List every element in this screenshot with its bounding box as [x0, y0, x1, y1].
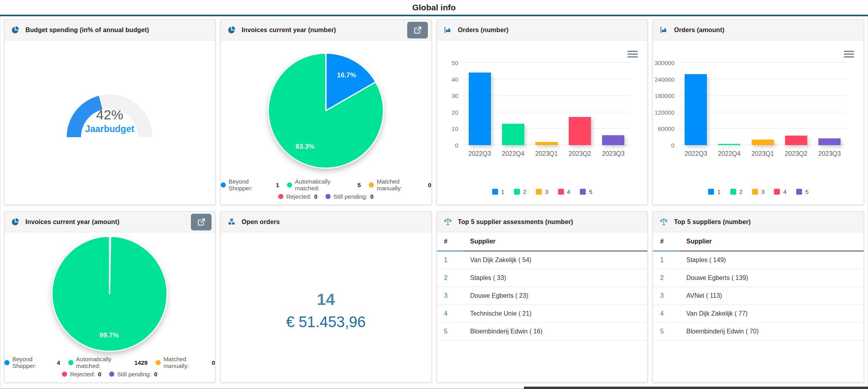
invoices-number-pie[interactable]: 16.7%83.3%: [267, 52, 385, 170]
bar-2023Q3[interactable]: [602, 135, 624, 145]
legend-dot: [287, 182, 292, 188]
legend-item[interactable]: Rejected: 0: [62, 371, 101, 378]
legend-item[interactable]: 2: [730, 188, 743, 195]
legend-item[interactable]: 1: [708, 188, 720, 195]
bar-chart-legend: 12345: [437, 188, 648, 195]
supplier-cell: AVNet ( 113): [679, 287, 864, 305]
legend-item[interactable]: 5: [580, 188, 592, 195]
table-row: 1Van Dijk Zakelijk ( 54): [437, 251, 648, 269]
card-title: Orders (number): [458, 27, 509, 34]
open-external-button[interactable]: [191, 214, 212, 230]
x-axis-tick: [613, 145, 614, 148]
card-title: Open orders: [242, 218, 280, 226]
legend-dot: [369, 182, 374, 188]
pie-slice-label: 99.7%: [100, 332, 119, 339]
card-orders-number: Orders (number) 504030201002022Q32022Q42…: [437, 19, 648, 205]
x-axis-label: 2023Q1: [746, 150, 779, 157]
legend-dot: [68, 360, 73, 365]
table-row: 4Van Dijk Zakelijk ( 77): [653, 305, 864, 323]
y-axis-label: 10: [452, 125, 458, 132]
column-header-rank[interactable]: #: [653, 232, 679, 251]
legend-item[interactable]: 1: [492, 188, 504, 195]
x-axis-tick: [830, 145, 830, 148]
x-axis-tick: [513, 145, 514, 148]
y-axis-label: 180000: [654, 92, 674, 99]
legend-dot: [62, 372, 67, 377]
legend-item[interactable]: 4: [774, 188, 786, 195]
bar-slot: 2022Q3: [463, 63, 497, 145]
card-orders-amount: Orders (amount) 300000240000180000120000…: [652, 19, 864, 205]
column-header-rank[interactable]: #: [437, 232, 463, 251]
legend-value: 4: [57, 359, 60, 366]
table-row: 3Douwe Egberts ( 23): [437, 287, 648, 305]
legend-swatch: [514, 189, 520, 195]
legend-item[interactable]: Automatically matched: 5: [287, 178, 361, 192]
legend-item[interactable]: 3: [536, 188, 548, 195]
legend-item[interactable]: Beyond Shopper: 1: [221, 178, 279, 192]
invoices-amount-pie[interactable]: 99.7%: [50, 235, 169, 353]
legend-item[interactable]: Beyond Shopper: 4: [4, 356, 60, 369]
legend-label: Still pending:: [333, 193, 368, 200]
legend-value: 0: [314, 193, 318, 200]
invoices-number-legend: Beyond Shopper: 1Automatically matched: …: [221, 176, 431, 200]
legend-item[interactable]: Still pending: 0: [109, 371, 157, 378]
x-axis-tick: [796, 145, 797, 148]
horizontal-scrollbar[interactable]: [524, 387, 868, 389]
legend-item[interactable]: Matched manually: 0: [156, 356, 215, 369]
x-axis-label: 2023Q1: [530, 150, 563, 157]
legend-value: 0: [212, 359, 215, 366]
card-title: Invoices current year (amount): [25, 218, 119, 226]
scales-icon: [444, 218, 452, 226]
bar-2023Q2[interactable]: [569, 117, 591, 145]
bar-2023Q2[interactable]: [785, 136, 807, 145]
legend-item[interactable]: Rejected: 0: [278, 193, 318, 200]
bar-2022Q3[interactable]: [469, 73, 491, 145]
table-row: 4Technische Unie ( 21): [437, 305, 648, 323]
rank-cell: 3: [437, 287, 463, 305]
y-axis-label: 120000: [654, 109, 674, 115]
bar-chart-legend: 12345: [653, 188, 864, 195]
bar-slot: 2022Q3: [679, 63, 712, 145]
legend-label: 1: [717, 188, 720, 195]
legend-item[interactable]: Still pending: 0: [325, 193, 373, 200]
rank-cell: 4: [653, 305, 679, 323]
card-title: Invoices current year (number): [242, 27, 336, 34]
table-row: 3AVNet ( 113): [653, 287, 864, 305]
bar-2023Q1[interactable]: [535, 142, 558, 145]
y-axis-label: 50: [452, 59, 458, 66]
area-chart-icon: [660, 26, 668, 34]
budget-gauge: 42% Jaarbudget: [4, 40, 215, 205]
card-title: Orders (amount): [674, 27, 724, 34]
bar-2022Q3[interactable]: [685, 74, 707, 145]
column-header-supplier[interactable]: Supplier: [463, 232, 648, 251]
x-axis-label: 2023Q2: [779, 150, 813, 157]
bar-slot: 2022Q4: [497, 63, 530, 145]
legend-item[interactable]: 4: [558, 188, 570, 195]
x-axis-label: 2022Q4: [712, 150, 746, 157]
legend-item[interactable]: 3: [752, 188, 764, 195]
page-title: Global info: [412, 3, 456, 12]
legend-item[interactable]: Automatically matched: 1429: [68, 356, 148, 369]
legend-label: 3: [761, 188, 764, 195]
bar-2022Q4[interactable]: [502, 124, 524, 145]
legend-item[interactable]: 2: [514, 188, 526, 195]
y-axis-label: 300000: [654, 59, 674, 66]
open-external-button[interactable]: [407, 22, 428, 38]
legend-label: 5: [805, 188, 808, 195]
y-axis-label: 30: [452, 92, 458, 99]
chart-menu-icon[interactable]: [627, 51, 638, 59]
card-budget-spending: Budget spending (in% of annual budget) 4…: [4, 19, 216, 205]
legend-item[interactable]: Matched manually: 0: [369, 178, 431, 192]
card-invoices-number: Invoices current year (number) 16.7%83.3…: [220, 19, 432, 205]
legend-swatch: [492, 189, 498, 195]
area-chart-icon: [444, 26, 452, 34]
bar-2023Q3[interactable]: [818, 138, 841, 145]
chart-menu-icon[interactable]: [844, 51, 854, 59]
legend-dot: [221, 182, 226, 188]
bar-2023Q1[interactable]: [752, 140, 774, 145]
legend-item[interactable]: 5: [796, 188, 808, 195]
rank-cell: 1: [653, 251, 679, 269]
card-title: Budget spending (in% of annual budget): [25, 27, 149, 34]
open-orders-amount: € 51.453,96: [221, 314, 431, 331]
column-header-supplier[interactable]: Supplier: [679, 232, 864, 251]
